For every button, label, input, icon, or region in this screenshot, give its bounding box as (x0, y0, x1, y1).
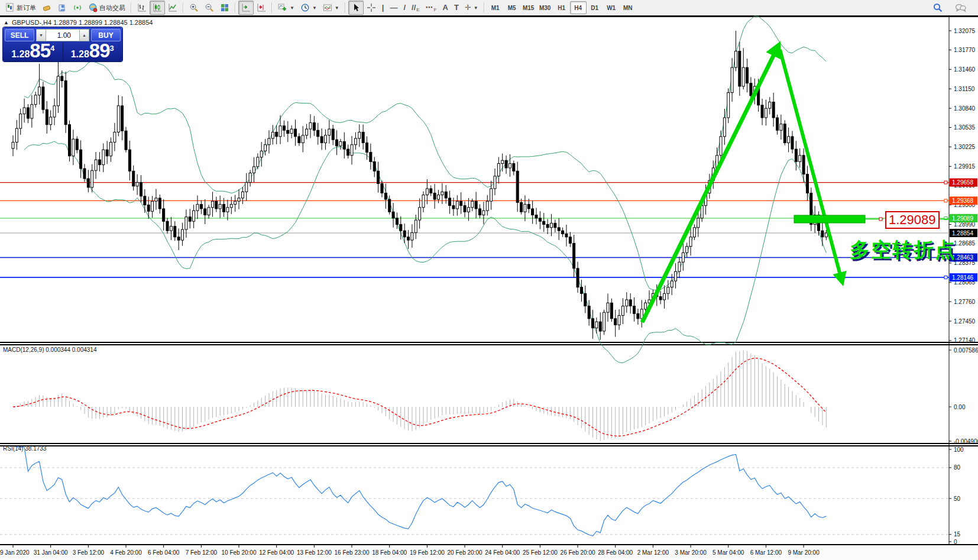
candle-body (155, 198, 157, 201)
candle-body (136, 182, 138, 186)
candle-body (524, 205, 526, 212)
candle-body (234, 201, 237, 204)
candle-body (336, 140, 338, 146)
candle-body (257, 157, 259, 167)
candle-body (727, 93, 730, 118)
candle-body (106, 150, 108, 156)
time-tick-label: 10 Feb 20:00 (222, 549, 257, 556)
candle-body (667, 287, 669, 294)
sell-price[interactable]: 1.28854 (5, 42, 61, 60)
candle-body (464, 206, 466, 212)
candle-body (34, 95, 37, 105)
candle-body (494, 176, 496, 189)
candle-body (520, 202, 523, 212)
candle-body (182, 229, 184, 240)
price-tick-label: 1.31770 (954, 47, 976, 53)
candle-body (302, 135, 304, 143)
candle-body (343, 141, 345, 149)
candle-body (189, 217, 191, 221)
rsi-axis-label: 50 (954, 496, 961, 502)
candle-body (64, 80, 67, 124)
candle-body (211, 201, 213, 208)
candle-body (53, 106, 56, 117)
candle-body (69, 125, 71, 156)
candle-body (31, 105, 33, 118)
candle-body (20, 114, 22, 128)
candle-body (592, 319, 594, 328)
buy-price[interactable]: 1.28893 (64, 42, 121, 60)
candle-body (610, 303, 613, 319)
mt4-terminal: 新订单自动交易▼▼▼|—///E⋯FAT✛▼M1M5M15M30H1H4D1W1… (0, 0, 978, 560)
candle-body (505, 160, 507, 168)
pane-splitter[interactable] (0, 445, 978, 446)
candle-body (287, 130, 289, 133)
candle-body (437, 195, 439, 199)
price-tick-label: 1.29915 (954, 163, 976, 170)
candle-body (83, 169, 86, 179)
candle-body (554, 223, 556, 227)
candle-body (271, 132, 274, 138)
candle-body (720, 137, 722, 156)
price-callout-label[interactable]: 1.29089 (885, 211, 940, 229)
collapse-chart-icon[interactable]: ▲ (4, 20, 9, 25)
candle-body (723, 118, 726, 137)
candle-body (769, 102, 771, 109)
price-tick-label: 1.31460 (954, 66, 976, 73)
candle-body (102, 150, 105, 164)
candle-body (580, 287, 582, 294)
candle-body (776, 118, 779, 130)
candle-body (806, 174, 808, 193)
trend-annotation-text[interactable]: 多空转折点 (850, 237, 956, 264)
price-tick-label: 1.30225 (954, 144, 976, 150)
candle-body (419, 208, 421, 220)
candle-body (584, 293, 587, 306)
candle-body (72, 139, 75, 156)
candle (125, 127, 127, 153)
volume-field[interactable]: 1.00 (46, 29, 79, 41)
candle-body (663, 293, 665, 300)
line-handle[interactable] (944, 199, 947, 202)
candle-body (411, 232, 413, 240)
time-tick-label: 25 Feb 12:00 (523, 549, 558, 556)
candle-body (396, 218, 398, 225)
candle-body (309, 123, 312, 130)
macd-axis-label: 0.007586 (954, 347, 978, 354)
candle-body (501, 160, 504, 163)
line-handle[interactable] (944, 181, 947, 184)
candle-body (373, 161, 375, 171)
candle-body (791, 137, 794, 149)
pane-splitter[interactable] (0, 342, 978, 343)
candle-body (607, 303, 609, 312)
candle-body (38, 87, 41, 95)
candle-body (546, 225, 549, 228)
candle-body (290, 129, 293, 133)
candle-body (452, 206, 455, 209)
candle-body (377, 171, 380, 183)
pane-splitter[interactable] (0, 344, 978, 345)
line-handle[interactable] (944, 276, 947, 279)
candle-body (121, 106, 124, 131)
candle-body (821, 231, 824, 237)
candle-body (268, 138, 270, 145)
candle-body (731, 67, 733, 92)
pane-splitter[interactable] (0, 443, 978, 444)
candle-body (294, 129, 297, 137)
candle-body (780, 124, 782, 131)
candle-body (95, 160, 97, 170)
candle-body (365, 143, 368, 153)
callout-handle[interactable] (879, 218, 882, 221)
candle-body (479, 209, 481, 215)
support-bar[interactable] (794, 215, 865, 223)
candle-body (204, 209, 206, 215)
price-badge-label: 1.29658 (952, 179, 974, 186)
candle-body (802, 156, 805, 174)
time-tick-label: 9 Mar 20:00 (788, 549, 820, 556)
candle-body (193, 211, 195, 221)
candle-body (241, 192, 244, 198)
candle-body (456, 201, 458, 209)
price-tick-label: 1.27450 (954, 318, 976, 325)
candle-body (114, 132, 116, 142)
volume-up-icon[interactable]: ▲ (79, 29, 89, 41)
price-tick-label: 1.27140 (954, 337, 976, 344)
candle-body (219, 205, 221, 209)
